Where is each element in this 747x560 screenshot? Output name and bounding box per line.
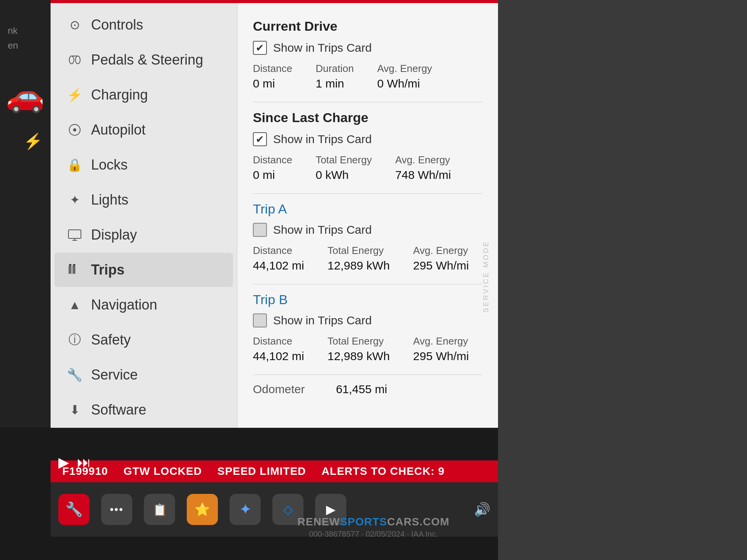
play-button[interactable]: ▶ [58,454,69,471]
sidebar-item-service[interactable]: 🔧 Service [54,358,233,392]
trips-icon [66,261,83,278]
sidebar-item-safety[interactable]: ⓘ Safety [54,323,233,357]
info-button[interactable]: 📋 [144,494,175,525]
skip-button[interactable]: ⏭ [77,454,91,471]
odometer-value: 61,455 mi [336,383,387,396]
top-bar-accent [51,0,498,3]
current-drive-avg-energy: Avg. Energy 0 Wh/mi [377,63,432,90]
sidebar-item-label-navigation: Navigation [91,297,157,313]
since-last-charge-total-energy-value: 0 kWh [316,168,372,182]
more-button[interactable]: ••• [101,494,132,525]
since-last-charge-stats: Distance 0 mi Total Energy 0 kWh Avg. En… [253,154,482,182]
main-screen: ⊙ Controls Pedals & Steering ⚡ Charging [51,0,498,428]
since-last-charge-show-trips-row[interactable]: ✔ Show in Trips Card [253,132,482,146]
trip-a-avg-energy: Avg. Energy 295 Wh/mi [413,245,469,272]
trip-b-avg-energy-label: Avg. Energy [413,335,469,347]
bluetooth-icon: ✦ [240,502,251,517]
sidebar-item-controls[interactable]: ⊙ Controls [54,8,233,42]
alert-gtw-locked: GTW LOCKED [124,465,202,478]
bluetooth-button[interactable]: ✦ [230,494,261,525]
sidebar-item-autopilot[interactable]: Autopilot [54,113,233,147]
trip-b-show-trips-label: Show in Trips Card [273,314,372,327]
sidebar-item-label-controls: Controls [91,17,143,33]
since-last-charge-show-trips-label: Show in Trips Card [273,133,372,146]
autopilot-icon [66,121,83,138]
current-drive-distance-value: 0 mi [253,77,292,90]
trip-a-distance-label: Distance [253,245,304,257]
volume-icon: 🔊 [474,502,490,517]
current-drive-show-trips-row[interactable]: ✔ Show in Trips Card [253,41,482,55]
trip-b-total-energy: Total Energy 12,989 kWh [328,335,390,363]
sidebar-item-label-lights: Lights [91,192,128,208]
since-last-charge-avg-energy-label: Avg. Energy [395,154,451,166]
media-icon: ▶ [326,502,336,517]
trip-b-avg-energy-value: 295 Wh/mi [413,350,469,363]
sidebar-item-label-pedals: Pedals & Steering [91,52,203,68]
sidebar-item-display[interactable]: Display [54,218,233,252]
sidebar-item-label-trips: Trips [91,262,124,278]
since-last-charge-section: Since Last Charge ✔ Show in Trips Card D… [253,110,482,182]
watermark-cars: CARS.COM [387,516,449,528]
divider-4 [253,374,482,375]
star-button[interactable]: ⭐ [187,494,218,525]
dropbox-icon: ◇ [283,502,293,517]
trip-b-distance: Distance 44,102 mi [253,335,304,363]
sidebar-item-label-charging: Charging [91,87,148,103]
watermark-area: RENEWSPORTSCARS.COM 000-38678577 · 02/05… [298,516,450,539]
sidebar-item-label-autopilot: Autopilot [91,122,146,138]
sidebar-item-lights[interactable]: ✦ Lights [54,183,233,217]
navigation-icon: ▲ [66,296,83,313]
charging-icon: ⚡ [66,86,83,103]
trip-a-show-trips-label: Show in Trips Card [273,223,372,236]
current-drive-checkbox[interactable]: ✔ [253,41,267,55]
since-last-charge-distance-value: 0 mi [253,168,292,182]
lights-icon: ✦ [66,191,83,208]
since-last-charge-distance: Distance 0 mi [253,154,292,182]
svg-rect-5 [68,230,81,238]
current-drive-title: Current Drive [253,19,482,34]
sidebar-item-navigation[interactable]: ▲ Navigation [54,288,233,322]
sidebar-item-charging[interactable]: ⚡ Charging [54,78,233,112]
watermark-renew: RENEW [298,516,340,528]
left-panel: nk en 🚗 ⚡ [0,0,51,428]
current-drive-duration-value: 1 min [316,77,354,90]
volume-area: 🔊 [474,502,490,517]
top-left-text: nk en [8,23,18,53]
current-drive-avg-energy-value: 0 Wh/mi [377,77,432,90]
trip-b-show-trips-row[interactable]: Show in Trips Card [253,313,482,327]
sidebar-item-locks[interactable]: 🔒 Locks [54,148,233,182]
svg-point-1 [75,56,80,64]
trip-a-stats: Distance 44,102 mi Total Energy 12,989 k… [253,245,482,272]
sidebar-item-trips[interactable]: Trips [54,253,233,287]
current-drive-distance: Distance 0 mi [253,63,292,90]
trip-a-distance-value: 44,102 mi [253,259,304,272]
sidebar: ⊙ Controls Pedals & Steering ⚡ Charging [51,3,237,428]
content-area: ⊙ Controls Pedals & Steering ⚡ Charging [51,3,498,428]
sidebar-item-label-safety: Safety [91,332,131,348]
trip-b-total-energy-value: 12,989 kWh [328,350,390,363]
since-last-charge-distance-label: Distance [253,154,292,166]
divider-2 [253,193,482,194]
divider-1 [253,102,482,102]
odometer-label: Odometer [253,383,305,396]
since-last-charge-total-energy-label: Total Energy [316,154,372,166]
sidebar-item-pedals[interactable]: Pedals & Steering [54,43,233,77]
trip-a-avg-energy-label: Avg. Energy [413,245,469,257]
trip-a-distance: Distance 44,102 mi [253,245,304,272]
sidebar-item-label-service: Service [91,367,138,383]
trip-b-total-energy-label: Total Energy [328,335,390,347]
wrench-button[interactable]: 🔧 [58,494,89,525]
watermark-sports: SPORTS [340,516,387,528]
sidebar-item-software[interactable]: ⬇ Software [54,393,233,427]
display-icon [66,226,83,243]
since-last-charge-checkbox[interactable]: ✔ [253,132,267,146]
since-last-charge-total-energy: Total Energy 0 kWh [316,154,372,182]
alert-alerts-count: ALERTS TO CHECK: 9 [322,465,445,478]
trip-a-checkbox[interactable] [253,223,267,237]
service-mode-label: SERVICE MODE [482,240,490,313]
trip-a-total-energy: Total Energy 12,989 kWh [328,245,390,272]
current-drive-duration: Duration 1 min [316,63,354,90]
info-icon: 📋 [153,503,167,516]
trip-a-show-trips-row[interactable]: Show in Trips Card [253,223,482,237]
trip-b-checkbox[interactable] [253,313,267,327]
